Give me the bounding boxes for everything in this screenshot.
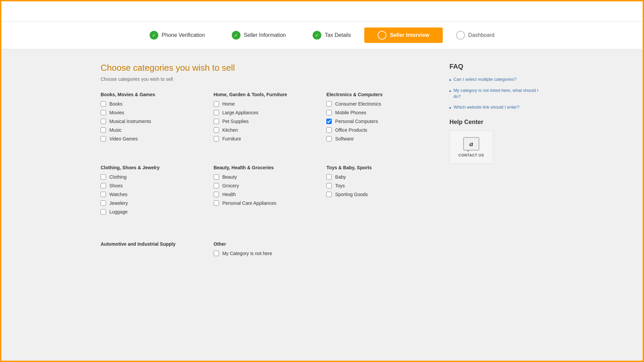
category-item-label: Jewelery [109,200,128,206]
category-item: Kitchen [214,127,317,133]
category-group: Beauty, Health & GroceriesBeautyGroceryH… [214,165,317,218]
category-item: Personal Care Appliances [214,200,317,206]
step-tax[interactable]: ✓Tax Details [299,27,364,43]
checkbox-music[interactable] [101,127,106,133]
category-group-title: Other [214,241,317,247]
category-item-label: Home [222,101,235,107]
category-item-label: Luggage [109,209,128,215]
checkbox-musical-instruments[interactable] [101,119,106,124]
category-item: Shoes [101,183,204,188]
faq-item[interactable]: ▸Can I select multiple categories? [449,76,543,83]
checkbox-personal-computers[interactable] [326,119,332,124]
category-item-label: Watches [109,192,127,197]
category-item-label: Music [109,127,122,133]
checkbox-watches[interactable] [101,192,106,197]
category-item-label: Software [335,136,354,141]
step-circle-dashboard [456,31,465,40]
category-item: Health [214,192,317,197]
faq-item[interactable]: ▸Which website link should I enter? [449,104,543,111]
category-group-title: Toys & Baby, Sports [326,165,429,170]
bottom-row: Automotive and Industrial SupplyOtherMy … [101,241,429,269]
contact-us-button[interactable]: a CONTACT US [449,130,493,164]
checkbox-my-category-is-not-here[interactable] [214,251,219,256]
category-item-label: Movies [109,110,124,115]
category-item: Large Appliances [214,110,317,115]
step-circle-tax: ✓ [313,31,321,40]
category-item-label: Furniture [222,136,241,141]
step-seller[interactable]: ✓Seller Information [218,27,299,43]
category-item-label: Mobile Phones [335,110,366,115]
categories-grid: Books, Movies & GamesBooksMoviesMusical … [101,92,429,269]
checkbox-grocery[interactable] [214,183,219,188]
faq-item-text: Can I select multiple categories? [453,76,517,82]
category-group: Home, Garden & Tools, FurnitureHomeLarge… [214,92,317,145]
category-group: Electronics & ComputersConsumer Electron… [326,92,429,145]
checkbox-clothing[interactable] [101,174,106,180]
faq-item[interactable]: ▸My category is not listed here, what sh… [449,87,543,100]
checkbox-kitchen[interactable] [214,127,219,133]
category-group-title: Books, Movies & Games [101,92,204,97]
category-group-title: Beauty, Health & Groceries [214,165,317,170]
category-group: Toys & Baby, SportsBabyToysSporting Good… [326,165,429,218]
page-title: Choose categories you wish to sell [101,63,429,73]
faq-list: ▸Can I select multiple categories?▸My ca… [449,76,543,111]
checkbox-beauty[interactable] [214,174,219,180]
category-item: Movies [101,110,204,115]
category-group: Books, Movies & GamesBooksMoviesMusical … [101,92,204,145]
left-section: Choose categories you wish to sell Choos… [101,63,429,269]
faq-arrow-icon: ▸ [449,105,451,111]
category-item-label: Pet Supplies [222,119,249,124]
step-label-tax: Tax Details [325,32,351,38]
category-item-label: Video Games [109,136,138,141]
faq-arrow-icon: ▸ [449,77,451,83]
checkbox-baby[interactable] [326,174,332,180]
checkbox-consumer-electronics[interactable] [326,101,332,107]
page-subtitle: Choose categories you wish to sell [101,76,429,82]
category-item: Office Products [326,127,429,133]
category-item: Furniture [214,136,317,141]
category-item: Toys [326,183,429,188]
checkbox-video-games[interactable] [101,136,106,141]
category-item: Sporting Goods [326,192,429,197]
top-bar [1,1,643,21]
step-label-dashboard: Dashboard [468,32,494,38]
category-item-label: Personal Care Appliances [222,200,276,206]
faq-item-text: Which website link should I enter? [453,104,520,110]
checkbox-toys[interactable] [326,183,332,188]
category-item-label: Books [109,101,122,107]
checkbox-movies[interactable] [101,110,106,115]
step-label-seller: Seller Information [244,32,286,38]
faq-item-text: My category is not listed here, what sho… [453,87,543,100]
category-item: Home [214,101,317,107]
checkbox-jewelery[interactable] [101,200,106,206]
category-item-label: Clothing [109,174,126,180]
checkbox-pet-supplies[interactable] [214,119,219,124]
checkbox-books[interactable] [101,101,106,107]
category-item-label: Sporting Goods [335,192,368,197]
checkbox-mobile-phones[interactable] [326,110,332,115]
checkbox-health[interactable] [214,192,219,197]
checkbox-furniture[interactable] [214,136,219,141]
progress-bar: ✓Phone Verification✓Seller Information✓T… [1,21,643,49]
category-item: Consumer Electronics [326,101,429,107]
checkbox-software[interactable] [326,136,332,141]
faq-title: FAQ [449,63,543,70]
category-item: Luggage [101,209,204,215]
checkbox-sporting-goods[interactable] [326,192,332,197]
checkbox-office-products[interactable] [326,127,332,133]
step-interview[interactable]: Seller Interview [364,27,442,43]
category-group: Automotive and Industrial Supply [101,241,204,259]
category-item-label: Grocery [222,183,239,188]
category-item: Baby [326,174,429,180]
checkbox-luggage[interactable] [101,209,106,215]
category-group: OtherMy Category is not here [214,241,317,259]
category-group-title: Home, Garden & Tools, Furniture [214,92,317,97]
checkbox-home[interactable] [214,101,219,107]
step-phone[interactable]: ✓Phone Verification [136,27,218,43]
checkbox-large-appliances[interactable] [214,110,219,115]
category-item: Pet Supplies [214,119,317,124]
amazon-icon: a [463,137,479,150]
checkbox-shoes[interactable] [101,183,106,188]
checkbox-personal-care-appliances[interactable] [214,200,219,206]
category-item-label: Consumer Electronics [335,101,381,107]
